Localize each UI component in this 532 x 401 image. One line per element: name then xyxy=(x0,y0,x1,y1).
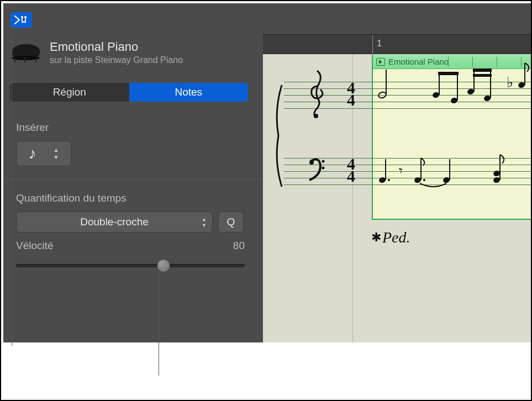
velocity-value: 80 xyxy=(233,240,245,252)
svg-text:♭: ♭ xyxy=(507,75,513,91)
svg-rect-3 xyxy=(14,58,15,62)
treble-clef-icon xyxy=(307,70,327,119)
timesig-bottom: 4 xyxy=(347,94,355,106)
inspector-panel: Emotional Piano sur la piste Steinway Gr… xyxy=(3,3,263,342)
filter-link-icon xyxy=(14,15,28,25)
callout-line-slider xyxy=(159,272,159,376)
slider-thumb[interactable] xyxy=(157,259,170,272)
svg-rect-18 xyxy=(473,68,492,72)
svg-point-25 xyxy=(322,167,325,170)
quantize-label: Quantification du temps xyxy=(16,192,127,204)
time-signature-treble: 4 4 xyxy=(347,82,355,106)
svg-text:𝄾: 𝄾 xyxy=(399,168,403,173)
bar-number: 1 xyxy=(377,38,382,49)
track-titles: Emotional Piano sur la piste Steinway Gr… xyxy=(50,40,183,65)
inspector-tabs: Région Notes xyxy=(10,83,248,102)
track-subtitle: sur la piste Steinway Grand Piano xyxy=(50,55,183,65)
chevron-updown-icon: ▲▼ xyxy=(202,217,207,228)
editor-window: Emotional Piano sur la piste Steinway Gr… xyxy=(3,3,531,342)
asterisk-icon: ✱ xyxy=(371,230,381,245)
svg-point-24 xyxy=(322,160,325,163)
velocity-slider[interactable] xyxy=(16,264,245,267)
svg-rect-5 xyxy=(24,58,25,62)
treble-notes: ♭ xyxy=(372,60,532,126)
quantize-select[interactable]: Double-croche ▲▼ xyxy=(16,212,213,233)
divider xyxy=(3,179,263,180)
bar-tick xyxy=(372,35,373,55)
svg-point-23 xyxy=(309,160,314,165)
svg-point-0 xyxy=(21,16,23,18)
svg-point-1 xyxy=(24,16,27,18)
svg-rect-13 xyxy=(438,72,459,75)
grand-piano-icon xyxy=(10,41,42,64)
quantize-value: Double-croche xyxy=(80,216,149,228)
eighth-note-icon: ♪ xyxy=(29,146,36,161)
svg-point-6 xyxy=(314,114,318,118)
track-header: Emotional Piano sur la piste Steinway Gr… xyxy=(10,40,183,65)
insert-label: Insérer xyxy=(16,122,49,134)
score-panel: 1 Emotional Piano xyxy=(263,3,531,342)
callout-line-left xyxy=(12,6,12,346)
svg-rect-4 xyxy=(35,58,36,62)
svg-point-27 xyxy=(388,179,390,181)
bar-ruler[interactable]: 1 xyxy=(263,34,531,54)
bass-notes: 𝄾 xyxy=(372,147,532,202)
velocity-label: Vélocité xyxy=(16,240,54,252)
timesig-bottom: 4 xyxy=(347,170,355,182)
bass-clef-icon xyxy=(307,157,326,181)
filter-button[interactable] xyxy=(10,12,32,28)
pedal-marking: ✱ Ped. xyxy=(371,229,410,246)
svg-rect-19 xyxy=(473,74,492,77)
stepper-arrows-icon: ▲▼ xyxy=(54,147,59,160)
brace-icon xyxy=(273,85,284,187)
pedal-label: Ped. xyxy=(382,229,410,246)
svg-point-7 xyxy=(378,91,387,99)
tab-region[interactable]: Région xyxy=(10,83,129,102)
svg-point-31 xyxy=(423,179,425,181)
track-title: Emotional Piano xyxy=(50,40,183,54)
quantize-row: Double-croche ▲▼ Q xyxy=(16,212,244,233)
tab-notes[interactable]: Notes xyxy=(129,83,249,102)
velocity-row: Vélocité 80 xyxy=(16,240,245,252)
insert-note-selector[interactable]: ♪ ▲▼ xyxy=(16,141,71,166)
grand-staff: 4 4 xyxy=(263,82,531,225)
time-signature-bass: 4 4 xyxy=(347,158,355,182)
quantize-button[interactable]: Q xyxy=(218,212,244,233)
